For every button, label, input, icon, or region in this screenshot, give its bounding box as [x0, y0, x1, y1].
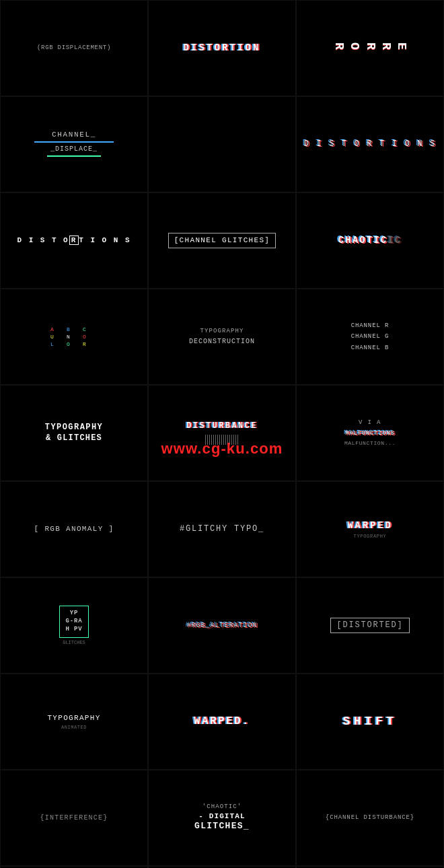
noise-bar [205, 435, 239, 445]
cell-rgb-anomaly: [ RGB ANOMALY ] [0, 481, 148, 577]
cell-chaotic-digital: 'CHAOTIC' - DIGITAL GLITCHES_ [148, 770, 296, 866]
distorted-box-text: [DISTORTED] [330, 618, 409, 634]
channel-lines: CHANNEL_ _DISPLACE_ [7, 130, 141, 159]
cg-a: A [50, 326, 65, 332]
cell-warped: WARPED TYPOGRAPHY [296, 481, 444, 577]
fluctuation-text: D I S T O R T I O N S [304, 139, 437, 150]
cell-distortions: D I S T ORT I O N S [0, 192, 148, 289]
decon-text: TYPOGRAPHY DECONSTRUCTION [189, 328, 255, 347]
channel-line1: CHANNEL_ [7, 130, 141, 139]
channel-line2: _DISPLACE_ [7, 145, 141, 153]
distortion-title: DISTORTION [184, 42, 261, 54]
cg-n: N [67, 334, 81, 340]
error-text: ERROR [331, 42, 410, 53]
decon-line2: DECONSTRUCTION [189, 337, 255, 346]
channels-rgb-list: CHANNEL R CHANNEL G CHANNEL B [351, 320, 390, 353]
cg-o: O [83, 334, 98, 340]
ch-r: CHANNEL R [351, 320, 390, 331]
ts-sub: GLITCHES [63, 640, 85, 645]
cell-typo-glitch: TYPOGRAPHY & GLITCHES [0, 385, 148, 481]
ts-line3: H PV [65, 626, 82, 634]
cell-channel-glitches: [CHANNEL GLITCHES] [148, 192, 296, 289]
cell-colorblock: A B C U N O L O R [0, 289, 148, 385]
cell-disturbance: DISTURBANCE [148, 385, 296, 481]
rgb-anomaly-text: [ RGB ANOMALY ] [34, 524, 114, 534]
warped-sub: TYPOGRAPHY [353, 534, 386, 539]
cell-ch-disturbance: {CHANNEL DISTURBANCE} [296, 770, 444, 866]
disturbance-text: DISTURBANCE [186, 421, 258, 432]
cg-u: U [50, 334, 65, 340]
cg-l: L [50, 341, 65, 347]
cell-shift: SHIFT [296, 674, 444, 770]
cell-fluctuation: D I S T O R T I O N S [296, 96, 444, 192]
cell-malfunc: V I A MALFUNCTIONS MALFUNCTION... [296, 385, 444, 481]
cell-distorted-box: [DISTORTED] [296, 577, 444, 674]
color-grid: A B C U N O L O R [50, 326, 98, 347]
cell-distorted-design [148, 96, 296, 192]
distortions-text: D I S T ORT I O N S [17, 236, 131, 245]
ch-disturbance-text: {CHANNEL DISTURBANCE} [326, 814, 414, 822]
malfunc-via: V I A [344, 418, 396, 428]
shift-text: SHIFT [342, 714, 397, 729]
ch-b: CHANNEL B [351, 342, 390, 353]
malfunc-list: V I A MALFUNCTIONS MALFUNCTION... [344, 418, 396, 447]
cell-rgb-displacement: (RGB DISPLACEMENT) [0, 0, 148, 96]
cg-b: B [67, 326, 81, 332]
ts-line2: G-RA [65, 618, 82, 626]
decon-line1: TYPOGRAPHY [189, 328, 255, 336]
cd-line3: GLITCHES_ [194, 821, 250, 832]
ch-g: CHANNEL G [351, 331, 390, 342]
cell-rgb-alter: #RGB_ALTERATION [148, 577, 296, 674]
cell-warped-dot: WARPED. [148, 674, 296, 770]
typo-glitch-text: TYPOGRAPHY & GLITCHES [45, 423, 103, 443]
ts-line1: YP [65, 610, 82, 618]
main-grid: (RGB DISPLACEMENT) DISTORTION ERROR CHAN… [0, 0, 444, 868]
interference-text: {INTERFERENCE} [40, 813, 108, 822]
chaotic-digital-text: 'CHAOTIC' - DIGITAL GLITCHES_ [194, 803, 250, 832]
cell-channel-displace: CHANNEL_ _DISPLACE_ [0, 96, 148, 192]
cg-c: C [83, 326, 98, 332]
chaotic-text: CHAOTICIC [338, 234, 402, 246]
cell-chaotic: CHAOTICIC [296, 192, 444, 289]
channel-glitches-text: [CHANNEL GLITCHES] [168, 233, 276, 248]
cd-line2: - DIGITAL [194, 811, 250, 821]
warped-dot-text: WARPED. [194, 715, 250, 729]
typo-line2: & GLITCHES [45, 433, 103, 444]
typography-anim-text: TYPOGRAPHY [47, 713, 100, 723]
rgb-displacement-text: (RGB DISPLACEMENT) [37, 44, 111, 52]
typo-line1: TYPOGRAPHY [45, 423, 103, 433]
glitchy-typo-text: #GLITCHY TYPO_ [180, 524, 264, 535]
cd-line1: 'CHAOTIC' [194, 803, 250, 811]
cell-typography-anim: TYPOGRAPHY ANIMATED [0, 674, 148, 770]
cell-interference: {INTERFERENCE} [0, 770, 148, 866]
warped-text: WARPED [347, 519, 392, 532]
cell-error: ERROR [296, 0, 444, 96]
cell-glitchy-typo: #GLITCHY TYPO_ [148, 481, 296, 577]
typo-stack-box: YP G-RA H PV [59, 606, 88, 637]
cg-r: R [83, 341, 98, 347]
rgb-alter-text: #RGB_ALTERATION [186, 621, 257, 630]
malfunc-line1: MALFUNCTIONS [344, 429, 396, 439]
cell-typo-stack: YP G-RA H PV GLITCHES [0, 577, 148, 674]
cell-decon: TYPOGRAPHY DECONSTRUCTION [148, 289, 296, 385]
malfunc-line2: MALFUNCTION... [344, 439, 396, 448]
cg-o2: O [67, 341, 81, 347]
cell-channels-rgb: CHANNEL R CHANNEL G CHANNEL B [296, 289, 444, 385]
cell-distortion: DISTORTION [148, 0, 296, 96]
typography-anim-sub: ANIMATED [61, 725, 87, 730]
